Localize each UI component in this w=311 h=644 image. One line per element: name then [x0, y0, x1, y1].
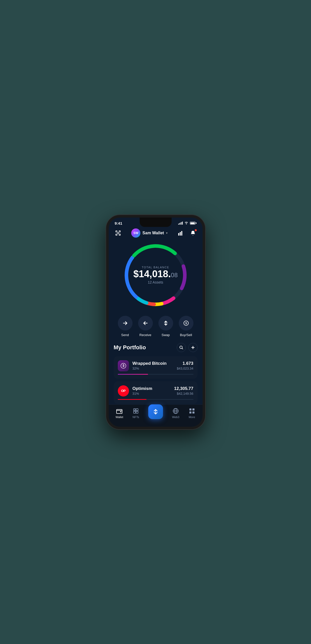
wbtc-name: Wrapped Bitcoin: [133, 361, 173, 366]
svg-line-34: [134, 409, 135, 410]
portfolio-search-button[interactable]: [177, 343, 186, 352]
wbtc-info: Wrapped Bitcoin 32%: [133, 361, 173, 370]
op-bar: [118, 399, 146, 400]
balance-cents: 08: [171, 272, 178, 278]
header-left: [114, 229, 122, 237]
wbtc-amount: 1.673: [177, 361, 193, 366]
svg-text:$: $: [185, 322, 187, 325]
svg-rect-32: [134, 411, 136, 413]
svg-text:₿: ₿: [122, 364, 124, 368]
asset-row-op: OP Optimism 31% 12,305.77 $42,149.56: [118, 385, 193, 397]
scroll-content: 9:41: [109, 218, 203, 404]
phone-frame: 9:41: [106, 215, 205, 429]
op-info: Optimism 31%: [133, 386, 171, 395]
svg-rect-41: [189, 411, 191, 414]
buysell-button[interactable]: $ Buy/Sell: [179, 316, 193, 337]
svg-rect-1: [119, 231, 120, 232]
chart-section: TOTAL BALANCE $14,018.08 12 Assets: [109, 240, 203, 313]
wbtc-bar-container: [118, 374, 193, 375]
web3-icon: [172, 407, 179, 415]
op-usd: $42,149.56: [174, 392, 193, 395]
swap-label: Swap: [161, 333, 170, 337]
bottom-nav: Wallet NFTs: [109, 404, 203, 427]
donut-chart: TOTAL BALANCE $14,018.08 12 Assets: [123, 242, 189, 308]
buysell-label: Buy/Sell: [180, 333, 192, 337]
wbtc-pct: 32%: [133, 367, 173, 370]
header-center[interactable]: SW Sam Wallet ▾: [131, 228, 168, 238]
svg-rect-33: [136, 411, 138, 413]
op-values: 12,305.77 $42,149.56: [174, 386, 193, 395]
nav-more[interactable]: More: [188, 407, 195, 419]
web3-nav-label: Web3: [172, 416, 179, 419]
swap-icon: [158, 316, 173, 331]
buysell-icon: $: [179, 316, 193, 331]
wbtc-logo: ₿: [118, 360, 129, 371]
asset-card-op[interactable]: OP Optimism 31% 12,305.77 $42,149.56: [114, 381, 198, 404]
avatar: SW: [131, 228, 140, 238]
svg-rect-8: [181, 231, 182, 236]
svg-rect-3: [119, 234, 120, 235]
send-button[interactable]: Send: [118, 316, 133, 337]
balance-center: TOTAL BALANCE $14,018.08 12 Assets: [133, 266, 178, 285]
receive-icon: [138, 316, 153, 331]
wifi-icon: [184, 221, 188, 225]
asset-card-wbtc[interactable]: ₿ Wrapped Bitcoin 32% 1.673 $43,023.34: [114, 356, 198, 379]
scan-icon[interactable]: [114, 229, 122, 237]
portfolio-add-button[interactable]: [188, 343, 198, 352]
svg-rect-2: [116, 234, 117, 235]
op-pct: 31%: [133, 392, 171, 395]
wbtc-usd: $43,023.34: [177, 367, 193, 370]
swap-center-button[interactable]: [148, 404, 163, 419]
nav-web3[interactable]: Web3: [172, 407, 179, 419]
header: SW Sam Wallet ▾: [109, 225, 203, 240]
wallet-nav-label: Wallet: [116, 416, 123, 419]
nav-nfts[interactable]: NFTs: [132, 407, 139, 419]
status-time: 9:41: [115, 221, 122, 225]
user-name: Sam Wallet: [142, 231, 164, 235]
svg-line-23: [182, 348, 183, 349]
svg-rect-40: [192, 408, 194, 410]
op-logo: OP: [118, 385, 129, 397]
wallet-icon: [116, 407, 123, 415]
status-icons: [178, 221, 197, 225]
more-icon: [188, 407, 195, 415]
dropdown-chevron-icon: ▾: [166, 231, 168, 235]
notification-badge: [195, 229, 197, 231]
balance-amount: $14,018.08: [133, 269, 178, 279]
signal-icon: [178, 222, 183, 225]
notch: [140, 218, 172, 227]
op-amount: 12,305.77: [174, 386, 193, 391]
svg-rect-31: [136, 409, 138, 411]
receive-button[interactable]: Receive: [138, 316, 153, 337]
send-label: Send: [121, 333, 129, 337]
nfts-nav-label: NFTs: [133, 416, 139, 419]
svg-rect-29: [120, 411, 121, 412]
battery-icon: [190, 222, 197, 225]
header-right: [176, 229, 197, 237]
portfolio-title: My Portfolio: [114, 344, 146, 351]
svg-rect-0: [116, 231, 117, 232]
notification-icon[interactable]: [189, 229, 197, 237]
assets-count: 12 Assets: [133, 280, 178, 284]
wbtc-bar: [118, 374, 148, 375]
more-nav-label: More: [189, 416, 195, 419]
nav-wallet[interactable]: Wallet: [116, 407, 123, 419]
action-buttons: Send Receive: [109, 313, 203, 343]
portfolio-actions: [177, 343, 198, 352]
svg-rect-42: [192, 411, 194, 414]
portfolio-header: My Portfolio: [114, 343, 198, 352]
wbtc-values: 1.673 $43,023.34: [177, 361, 193, 370]
svg-rect-7: [180, 232, 181, 236]
portfolio-section: My Portfolio: [109, 343, 203, 404]
op-bar-container: [118, 399, 193, 400]
svg-rect-39: [189, 408, 191, 410]
asset-row-wbtc: ₿ Wrapped Bitcoin 32% 1.673 $43,023.34: [118, 360, 193, 371]
receive-label: Receive: [139, 333, 151, 337]
phone-inner: 9:41: [109, 218, 203, 427]
stats-icon[interactable]: [176, 229, 185, 237]
balance-main: $14,018.: [133, 269, 171, 279]
swap-button[interactable]: Swap: [158, 316, 173, 337]
nfts-icon: [132, 407, 139, 415]
svg-rect-6: [178, 233, 179, 236]
op-name: Optimism: [133, 386, 171, 391]
